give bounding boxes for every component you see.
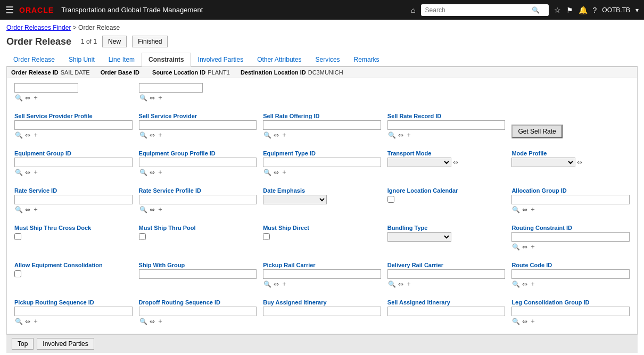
add-icon-lcg[interactable]: ＋ [529, 317, 536, 326]
link-icon-mp[interactable]: ⇔ [576, 159, 583, 166]
sell-service-provider-profile-input[interactable] [14, 120, 133, 130]
help-icon[interactable]: ? [593, 6, 597, 14]
add-icon-prs[interactable]: ＋ [32, 317, 39, 326]
user-menu[interactable]: OOTB.TB [602, 6, 630, 14]
pickup-rail-carrier-input[interactable] [263, 269, 381, 279]
search-icon-drs[interactable]: 🔍 [139, 318, 148, 325]
tab-line-item[interactable]: Line Item [102, 53, 142, 66]
search-icon-rc[interactable]: 🔍 [511, 243, 521, 251]
tab-ship-unit[interactable]: Ship Unit [62, 53, 102, 66]
add-icon-rsp[interactable]: ＋ [156, 205, 164, 214]
leg-consolidation-group-id-input[interactable] [511, 307, 630, 316]
link-icon-roi[interactable]: ⇔ [273, 131, 279, 139]
search-icon-eg[interactable]: 🔍 [14, 169, 23, 176]
rate-service-profile-id-input[interactable] [139, 195, 257, 204]
sell-service-provider-input[interactable] [139, 120, 257, 130]
add-icon-ssp[interactable]: ＋ [32, 130, 39, 139]
add-icon-sp[interactable]: ＋ [156, 130, 164, 139]
search-icon-sp[interactable]: 🔍 [139, 131, 148, 139]
rate-service-id-input[interactable] [14, 195, 133, 204]
add-icon-rci[interactable]: ＋ [529, 279, 536, 288]
search-icon-rci[interactable]: 🔍 [511, 280, 521, 288]
search-icon-rr[interactable]: 🔍 [387, 131, 397, 139]
transport-mode-select[interactable] [387, 158, 451, 167]
date-emphasis-select[interactable] [263, 195, 327, 204]
must-ship-thru-pool-checkbox[interactable] [139, 233, 146, 240]
search-icon-drc[interactable]: 🔍 [387, 280, 397, 288]
add-icon-rs[interactable]: ＋ [32, 205, 39, 214]
search-icon-roi[interactable]: 🔍 [263, 131, 272, 139]
search-icon-lcg[interactable]: 🔍 [511, 318, 521, 325]
add-icon-2[interactable]: ＋ [156, 93, 164, 102]
add-icon-roi[interactable]: ＋ [280, 130, 288, 139]
link-icon-ssp[interactable]: ⇔ [24, 131, 31, 139]
search-icon-prc[interactable]: 🔍 [263, 280, 272, 288]
equipment-group-id-input[interactable] [14, 158, 133, 167]
get-sell-rate-button[interactable]: Get Sell Rate [511, 125, 562, 138]
link-icon-et[interactable]: ⇔ [273, 169, 279, 176]
link-icon-1[interactable]: ⇔ [24, 94, 31, 102]
link-icon-eg[interactable]: ⇔ [24, 169, 31, 176]
tab-constraints[interactable]: Constraints [142, 53, 191, 67]
search-icon-prs[interactable]: 🔍 [14, 318, 23, 325]
link-icon-egp[interactable]: ⇔ [149, 169, 155, 176]
must-ship-thru-cross-dock-checkbox[interactable] [14, 233, 21, 240]
dropoff-routing-sequence-id-input[interactable] [139, 307, 257, 316]
add-icon-1[interactable]: ＋ [32, 93, 39, 102]
tab-other-attributes[interactable]: Other Attributes [250, 53, 308, 66]
equipment-group-profile-id-input[interactable] [139, 158, 257, 167]
new-button[interactable]: New [102, 36, 127, 47]
involved-parties-button[interactable]: Involved Parties [37, 338, 94, 350]
sell-rate-offering-id-input[interactable] [263, 120, 381, 130]
add-icon-eg[interactable]: ＋ [32, 168, 39, 177]
bundling-type-select[interactable] [387, 232, 451, 242]
search-box[interactable]: 🔍 [421, 4, 549, 16]
buy-assigned-itinerary-input[interactable] [263, 307, 381, 316]
home-icon[interactable]: ⌂ [411, 6, 415, 14]
link-icon-lcg[interactable]: ⇔ [522, 318, 528, 325]
search-icon-ssp[interactable]: 🔍 [14, 131, 23, 139]
tab-remarks[interactable]: Remarks [347, 53, 386, 66]
link-icon-rsp[interactable]: ⇔ [149, 206, 155, 213]
ship-with-group-input[interactable] [139, 269, 257, 279]
tab-order-release[interactable]: Order Release [6, 53, 62, 66]
add-icon-prc[interactable]: ＋ [280, 279, 288, 288]
allocation-group-id-input[interactable] [511, 195, 630, 204]
link-icon-rs[interactable]: ⇔ [24, 206, 31, 213]
link-icon-drs[interactable]: ⇔ [149, 318, 155, 325]
search-icon-ag[interactable]: 🔍 [511, 206, 521, 213]
search-icon-1[interactable]: 🔍 [14, 94, 23, 102]
breadcrumb-link[interactable]: Order Releases Finder [6, 24, 71, 31]
add-icon-drs[interactable]: ＋ [156, 317, 164, 326]
top-button[interactable]: Top [12, 338, 34, 350]
mode-profile-select[interactable] [511, 158, 575, 167]
link-icon-2[interactable]: ⇔ [149, 94, 155, 102]
sell-assigned-itinerary-input[interactable] [387, 307, 506, 316]
link-icon-rci[interactable]: ⇔ [522, 280, 528, 288]
link-icon-prs[interactable]: ⇔ [24, 318, 31, 325]
add-icon-egp[interactable]: ＋ [156, 168, 164, 177]
must-ship-direct-checkbox[interactable] [263, 233, 270, 240]
search-icon-egp[interactable]: 🔍 [139, 169, 148, 176]
routing-constraint-id-input[interactable] [511, 232, 630, 242]
sell-rate-record-id-input[interactable] [387, 120, 506, 130]
link-icon-sp[interactable]: ⇔ [149, 131, 155, 139]
form-scroll-area[interactable]: 🔍 ⇔ ＋ 🔍 ⇔ ＋ [7, 78, 637, 334]
route-code-id-input[interactable] [511, 269, 630, 279]
order-release-id-input[interactable] [14, 83, 78, 93]
link-icon-prc[interactable]: ⇔ [273, 280, 279, 288]
search-input[interactable] [425, 6, 532, 14]
user-dropdown-icon[interactable]: ▾ [635, 6, 639, 14]
pickup-routing-sequence-id-input[interactable] [14, 307, 133, 316]
add-icon-et[interactable]: ＋ [280, 168, 288, 177]
link-icon-tm[interactable]: ⇔ [452, 159, 459, 166]
tab-involved-parties[interactable]: Involved Parties [191, 53, 250, 66]
link-icon-rc[interactable]: ⇔ [522, 243, 528, 251]
add-icon-ag[interactable]: ＋ [529, 205, 536, 214]
link-icon-rr[interactable]: ⇔ [398, 131, 404, 139]
search-icon-rsp[interactable]: 🔍 [139, 206, 148, 213]
search-icon-2[interactable]: 🔍 [139, 94, 148, 102]
hamburger-menu-icon[interactable]: ☰ [5, 4, 14, 16]
add-icon-rr[interactable]: ＋ [405, 130, 412, 139]
tab-services[interactable]: Services [309, 53, 347, 66]
